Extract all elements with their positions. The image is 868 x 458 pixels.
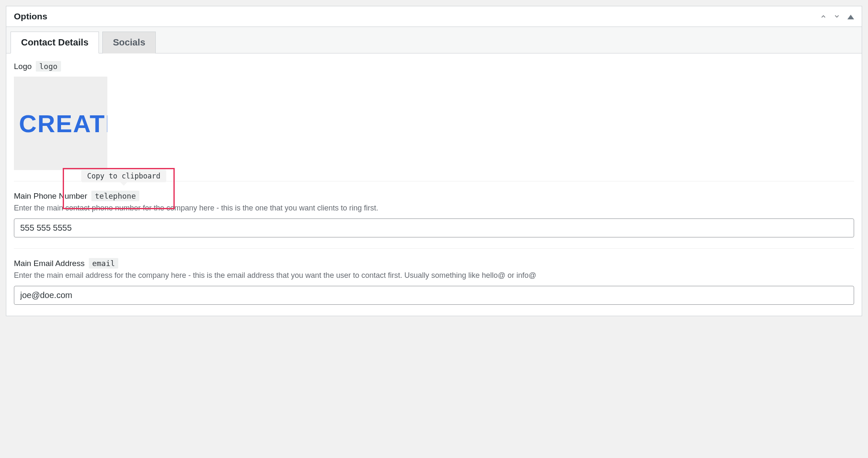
phone-input[interactable] xyxy=(14,218,854,237)
field-slug-badge[interactable]: email xyxy=(89,258,118,269)
move-down-icon[interactable] xyxy=(834,13,840,21)
logo-image-preview[interactable]: CREATIV xyxy=(14,77,107,170)
field-slug-badge[interactable]: logo xyxy=(36,61,61,72)
panel-title: Options xyxy=(14,11,47,21)
field-label: Logo xyxy=(14,62,32,71)
field-phone: Main Phone Number telephone Copy to clip… xyxy=(14,181,854,248)
copy-tooltip: Copy to clipboard xyxy=(81,170,166,182)
options-panel: Options Contact Details Socials xyxy=(6,6,862,316)
field-logo: Logo logo CREATIV xyxy=(14,61,854,181)
field-label: Main Phone Number xyxy=(14,192,87,201)
panel-header: Options xyxy=(6,6,862,27)
tabs-bar: Contact Details Socials xyxy=(6,27,862,53)
email-input[interactable] xyxy=(14,286,854,305)
logo-text: CREATIV xyxy=(19,109,107,138)
field-email: Main Email Address email Enter the main … xyxy=(14,248,854,316)
tab-content: Logo logo CREATIV Main Phone Number tele… xyxy=(6,53,862,316)
field-slug-badge[interactable]: telephone xyxy=(91,191,139,201)
panel-header-controls xyxy=(820,13,854,21)
field-help-text: Enter the main contact phone number for … xyxy=(14,204,854,213)
field-label: Main Email Address xyxy=(14,259,85,268)
tab-label: Contact Details xyxy=(21,37,88,48)
tab-label: Socials xyxy=(113,37,145,48)
field-help-text: Enter the main email address for the com… xyxy=(14,271,854,280)
tab-socials[interactable]: Socials xyxy=(102,32,156,53)
tab-contact-details[interactable]: Contact Details xyxy=(11,32,99,53)
tooltip-text: Copy to clipboard xyxy=(87,172,160,180)
move-up-icon[interactable] xyxy=(820,13,826,21)
collapse-panel-icon[interactable] xyxy=(847,13,854,21)
